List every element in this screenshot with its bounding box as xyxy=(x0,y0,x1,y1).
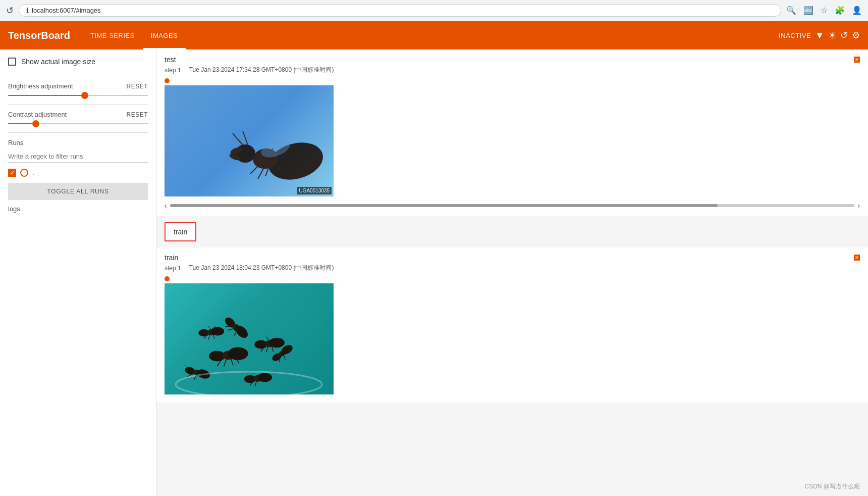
extension-icon[interactable]: 🧩 xyxy=(835,6,845,15)
train-step-label: step 1 xyxy=(165,265,181,272)
logs-label: logs xyxy=(8,205,148,213)
main-nav: TIME SERIES IMAGES xyxy=(82,21,186,49)
toggle-all-runs-button[interactable]: TOGGLE ALL RUNS xyxy=(8,183,148,200)
show-actual-size-checkbox[interactable] xyxy=(8,58,16,66)
train-highlight-box: train xyxy=(165,222,196,241)
search-icon[interactable]: 🔍 xyxy=(786,6,796,15)
profile-icon[interactable]: 👤 xyxy=(852,6,862,15)
svg-line-5 xyxy=(233,133,243,145)
test-image-meta: step 1 Tue Jan 23 2024 17:34:28 GMT+0800… xyxy=(165,66,860,74)
train-image-wrapper xyxy=(165,283,334,394)
settings-icon[interactable]: ⚙ xyxy=(852,30,860,41)
test-image-slider: ‹ › xyxy=(165,202,860,210)
svg-line-38 xyxy=(224,359,227,366)
train-section-title: train xyxy=(165,254,178,262)
run-dot-label: . xyxy=(32,169,34,177)
brightness-reset-button[interactable]: RESET xyxy=(126,83,148,90)
train-section: train ✕ step 1 Tue Jan 23 2024 18:04:23 … xyxy=(156,247,868,403)
test-image-wrapper: UGA0013035 xyxy=(165,85,334,196)
content-area: test ✕ step 1 Tue Jan 23 2024 17:34:28 G… xyxy=(156,49,868,496)
browser-icons: 🔍 🔤 ☆ 🧩 👤 xyxy=(786,6,862,15)
train-timestamp: Tue Jan 23 2024 18:04:23 GMT+0800 (中国标准时… xyxy=(189,264,334,272)
test-step-label: step 1 xyxy=(165,67,181,74)
test-section-title: test xyxy=(165,56,176,64)
brightness-label-row: Brightness adjustment RESET xyxy=(8,82,148,90)
contrast-slider-row xyxy=(8,123,148,124)
train-highlight-container: train xyxy=(156,216,868,247)
watermark: CSDN @写点什么呢 xyxy=(804,482,860,491)
url-text: localhost:6007/#images xyxy=(32,7,101,14)
dropdown-icon[interactable]: ▼ xyxy=(815,30,824,41)
brightness-slider-track[interactable] xyxy=(8,95,148,96)
test-close-button[interactable]: ✕ xyxy=(854,57,860,63)
svg-line-55 xyxy=(255,381,256,386)
theme-icon[interactable]: ☀ xyxy=(828,30,836,41)
sidebar: Show actual image size Brightness adjust… xyxy=(0,49,156,496)
runs-filter-input[interactable] xyxy=(8,151,148,163)
test-image-overlay-label: UGA0013035 xyxy=(297,187,332,194)
back-button[interactable]: ↺ xyxy=(6,5,14,16)
brightness-section: Brightness adjustment RESET xyxy=(8,82,148,96)
train-close-button[interactable]: ✕ xyxy=(854,255,860,261)
refresh-icon[interactable]: ↺ xyxy=(840,30,848,41)
svg-line-31 xyxy=(266,346,268,353)
info-icon: ℹ xyxy=(26,7,29,14)
contrast-section: Contrast adjustment RESET xyxy=(8,111,148,124)
header-right: INACTIVE ▼ ☀ ↺ ⚙ xyxy=(779,30,860,41)
svg-point-53 xyxy=(257,373,272,382)
divider-1 xyxy=(8,76,148,76)
test-section: test ✕ step 1 Tue Jan 23 2024 17:34:28 G… xyxy=(156,49,868,216)
contrast-label: Contrast adjustment xyxy=(8,111,67,118)
contrast-slider-fill xyxy=(8,123,36,124)
svg-point-56 xyxy=(176,372,322,394)
train-image xyxy=(165,283,334,394)
train-image-meta: step 1 Tue Jan 23 2024 18:04:23 GMT+0800… xyxy=(165,264,860,272)
runs-title: Runs xyxy=(8,139,148,146)
test-image-card: test ✕ step 1 Tue Jan 23 2024 17:34:28 G… xyxy=(156,49,868,216)
show-actual-size-row: Show actual image size xyxy=(8,58,148,66)
svg-line-17 xyxy=(208,334,210,339)
train-image-card: train ✕ step 1 Tue Jan 23 2024 18:04:23 … xyxy=(156,247,868,403)
status-label: INACTIVE xyxy=(779,32,811,39)
train-highlight-text: train xyxy=(174,228,187,236)
nav-time-series[interactable]: TIME SERIES xyxy=(82,21,143,49)
svg-line-6 xyxy=(243,131,248,145)
brightness-slider-row xyxy=(8,95,148,96)
train-orange-indicator xyxy=(165,276,170,281)
browser-bar: ↺ ℹ localhost:6007/#images 🔍 🔤 ☆ 🧩 👤 xyxy=(0,0,868,21)
bookmark-icon[interactable]: ☆ xyxy=(821,6,828,15)
tensorboard-logo: TensorBoard xyxy=(8,30,70,41)
svg-line-19 xyxy=(208,326,211,330)
nav-images[interactable]: IMAGES xyxy=(143,21,186,49)
show-actual-size-label: Show actual image size xyxy=(21,58,95,66)
tensorboard-header: TensorBoard TIME SERIES IMAGES INACTIVE … xyxy=(0,21,868,49)
divider-3 xyxy=(8,132,148,133)
runs-section: Runs ✓ . TOGGLE ALL RUNS logs xyxy=(8,139,148,213)
brightness-slider-thumb[interactable] xyxy=(81,92,88,99)
url-bar[interactable]: ℹ localhost:6007/#images xyxy=(19,4,781,17)
main-layout: Show actual image size Brightness adjust… xyxy=(0,49,868,496)
brightness-label: Brightness adjustment xyxy=(8,82,73,90)
runs-list: ✓ . xyxy=(8,169,148,177)
reader-icon[interactable]: 🔤 xyxy=(803,6,813,15)
contrast-slider-track[interactable] xyxy=(8,123,148,124)
test-timestamp: Tue Jan 23 2024 17:34:28 GMT+0800 (中国标准时… xyxy=(189,66,334,74)
contrast-reset-button[interactable]: RESET xyxy=(126,111,148,118)
brightness-slider-fill xyxy=(8,95,85,96)
svg-line-33 xyxy=(266,337,270,341)
run-circle[interactable] xyxy=(20,169,28,177)
test-slider-track[interactable] xyxy=(170,204,855,207)
run-checkbox[interactable]: ✓ xyxy=(8,169,16,177)
test-slider-left[interactable]: ‹ xyxy=(165,202,167,210)
svg-point-15 xyxy=(211,327,224,336)
test-image: UGA0013035 xyxy=(165,85,334,196)
contrast-label-row: Contrast adjustment RESET xyxy=(8,111,148,118)
contrast-slider-thumb[interactable] xyxy=(32,120,39,127)
test-slider-right[interactable]: › xyxy=(857,202,860,210)
test-orange-indicator xyxy=(165,78,170,83)
divider-2 xyxy=(8,104,148,105)
svg-point-29 xyxy=(269,338,285,348)
